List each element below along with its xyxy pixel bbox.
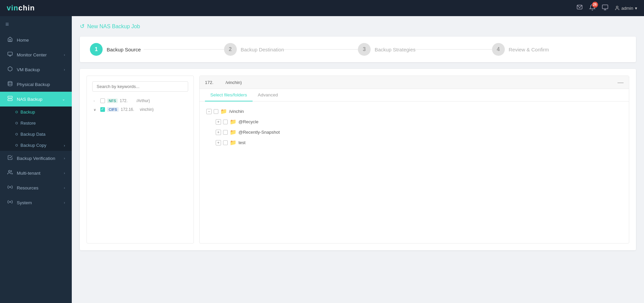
sidebar-item-vm-backup[interactable]: VM Backup › (0, 62, 72, 77)
sidebar-item-label: VM Backup (17, 67, 40, 72)
sidebar-item-system[interactable]: System › (0, 195, 72, 210)
svg-rect-1 (602, 5, 608, 9)
svg-point-14 (9, 186, 11, 188)
nfs-badge: NFS (107, 98, 118, 103)
step-label-1: Backup Source (107, 47, 141, 52)
topbar-right: 26 admin ▾ (576, 4, 637, 12)
chevron-right-icon: › (64, 186, 65, 190)
step-circle-4: 4 (492, 43, 505, 56)
submenu-label: Backup Copy (20, 143, 46, 148)
topbar: vinchin 26 admin ▾ (0, 0, 644, 16)
cifs-badge: CIFS (107, 107, 119, 112)
chevron-right-icon: › (64, 201, 65, 205)
resources-icon (7, 184, 13, 191)
folder-icon: 📁 (230, 139, 236, 146)
nas-tree-item-nfs[interactable]: › NFS 172. /Arthur) (92, 96, 188, 105)
svg-point-8 (8, 81, 12, 83)
page-header: ↺ New NAS Backup Job (80, 23, 636, 30)
refresh-icon[interactable]: ↺ (80, 23, 85, 30)
expand-arrow-icon[interactable]: ∨ (94, 108, 98, 112)
submenu-item-restore[interactable]: Restore (0, 118, 72, 129)
submenu-label: Backup Data (20, 132, 45, 137)
recycle-checkbox[interactable] (223, 120, 228, 124)
step-label-2: Backup Destination (241, 47, 284, 52)
content-area: › NFS 172. /Arthur) ∨ CIFS 172.16. vinch… (80, 69, 636, 250)
nas-checkbox-nfs[interactable] (100, 98, 105, 103)
chevron-right-icon: › (64, 68, 65, 72)
wizard-steps: 1 Backup Source 2 Backup Destination 3 B… (80, 37, 636, 62)
sidebar-item-multi-tenant[interactable]: Multi-tenant › (0, 166, 72, 180)
nas-ip-nfs: 172. /Arthur) (120, 98, 150, 103)
tab-advanced[interactable]: Advanced (253, 89, 283, 101)
submenu-item-backup-data[interactable]: Backup Data (0, 129, 72, 140)
folder-name-snapshot: @Recently-Snapshot (238, 130, 280, 135)
svg-point-4 (616, 6, 618, 8)
expand-icon[interactable]: + (216, 119, 221, 125)
test-checkbox[interactable] (223, 140, 228, 145)
svg-rect-9 (8, 96, 12, 98)
dot-icon (15, 122, 18, 124)
page-title: New NAS Backup Job (87, 24, 140, 30)
messages-icon[interactable] (576, 4, 583, 12)
svg-point-15 (9, 201, 11, 203)
sidebar-item-label: System (17, 200, 32, 205)
chevron-right-icon: › (64, 53, 65, 57)
menu-toggle[interactable]: ≡ (0, 16, 72, 33)
step-circle-3: 3 (358, 43, 371, 56)
nas-list-panel: › NFS 172. /Arthur) ∨ CIFS 172.16. vinch… (87, 76, 194, 244)
main-content: ↺ New NAS Backup Job 1 Backup Source 2 B… (72, 16, 644, 303)
sidebar-item-label: Home (17, 38, 29, 43)
file-panel-path: 172. /vinchin) (205, 80, 242, 85)
expand-icon[interactable]: + (216, 140, 221, 145)
wizard-step-2[interactable]: 2 Backup Destination (224, 43, 358, 56)
sidebar-item-label: NAS Backup (17, 97, 43, 102)
nas-submenu: Backup Restore Backup Data Backup Copy › (0, 106, 72, 151)
file-tree-item-recycle[interactable]: + 📁 @Recycle (216, 117, 622, 127)
sidebar-item-nas-backup[interactable]: NAS Backup ⌄ (0, 92, 72, 106)
sidebar-item-resources[interactable]: Resources › (0, 180, 72, 195)
file-tree-children: + 📁 @Recycle + 📁 @Recently-Snapshot (216, 117, 622, 148)
file-tree-root[interactable]: − 📁 /vinchin (206, 106, 622, 117)
nas-checkbox-cifs[interactable] (100, 107, 105, 112)
sidebar-item-label: Backup Verification (17, 156, 55, 161)
search-input[interactable] (92, 81, 188, 92)
collapse-button[interactable]: — (618, 79, 624, 85)
nas-tree-item-cifs[interactable]: ∨ CIFS 172.16. vinchin) (92, 105, 188, 114)
notifications-icon[interactable]: 26 (589, 4, 596, 12)
home-icon (7, 37, 13, 43)
submenu-item-backup-copy[interactable]: Backup Copy › (0, 140, 72, 151)
system-icon (7, 199, 13, 206)
submenu-item-backup[interactable]: Backup (0, 106, 72, 118)
folder-name-recycle: @Recycle (238, 119, 258, 124)
sidebar-item-backup-verification[interactable]: Backup Verification › (0, 151, 72, 166)
chevron-right-icon: › (64, 143, 65, 147)
expand-arrow-icon[interactable]: › (94, 99, 98, 103)
backup-verification-icon (7, 155, 13, 162)
dot-icon (15, 144, 18, 146)
vm-backup-icon (7, 66, 13, 73)
step-label-4: Review & Confirm (509, 47, 549, 52)
multi-tenant-icon (7, 170, 13, 176)
user-menu[interactable]: admin ▾ (614, 5, 637, 11)
sidebar-item-label: Monitor Center (17, 52, 47, 57)
sidebar-item-label: Multi-tenant (17, 171, 41, 176)
tab-select-files[interactable]: Select files/folders (205, 89, 253, 101)
nas-backup-icon (7, 96, 13, 102)
wizard-step-3[interactable]: 3 Backup Strategies (358, 43, 492, 56)
sidebar-item-physical-backup[interactable]: Physical Backup (0, 77, 72, 92)
submenu-label: Backup (20, 110, 35, 115)
wizard-step-1[interactable]: 1 Backup Source (90, 43, 224, 56)
sidebar-item-monitor[interactable]: Monitor Center › (0, 47, 72, 62)
monitor-icon[interactable] (602, 4, 608, 12)
expand-root-icon[interactable]: − (206, 109, 212, 114)
snapshot-checkbox[interactable] (223, 130, 228, 135)
app-logo: vinchin (7, 4, 35, 12)
sidebar-item-home[interactable]: Home (0, 33, 72, 47)
wizard-step-4[interactable]: 4 Review & Confirm (492, 43, 626, 56)
file-tree-item-snapshot[interactable]: + 📁 @Recently-Snapshot (216, 127, 622, 137)
root-checkbox[interactable] (214, 109, 218, 114)
dot-icon (15, 133, 18, 135)
folder-icon: 📁 (230, 129, 236, 135)
expand-icon[interactable]: + (216, 130, 221, 135)
file-tree-item-test[interactable]: + 📁 test (216, 137, 622, 148)
